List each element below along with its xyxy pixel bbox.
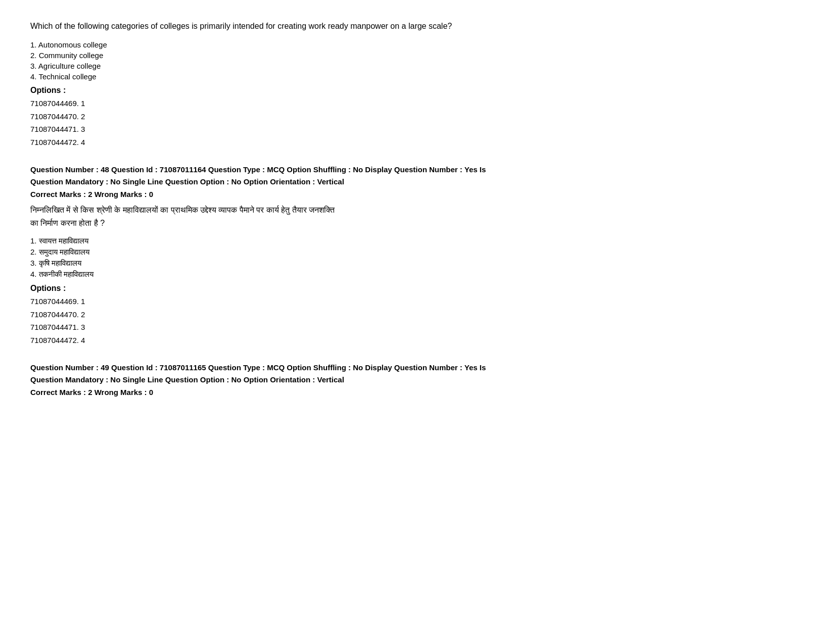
q47-option-id-4: 71087044472. 4	[30, 136, 804, 149]
q48-options-list: 1. स्वायत्त महाविद्यालय 2. समुदाय महाविद…	[30, 236, 804, 279]
q48-option-id-2: 71087044470. 2	[30, 308, 804, 321]
q48-meta-line2: Question Mandatory : No Single Line Ques…	[30, 176, 804, 188]
q49-meta-line2: Question Mandatory : No Single Line Ques…	[30, 374, 804, 386]
q47-option-id-1: 71087044469. 1	[30, 97, 804, 110]
q48-hindi-line2: का निर्माण करना होता है ?	[30, 217, 804, 230]
q48-option-2: 2. समुदाय महाविद्यालय	[30, 247, 804, 257]
q48-option-id-3: 71087044471. 3	[30, 321, 804, 334]
q48-option-3: 3. कृषि महाविद्यालय	[30, 259, 804, 268]
q47-option-3: 3. Agriculture college	[30, 62, 804, 70]
q47-option-id-2: 71087044470. 2	[30, 110, 804, 123]
q48-meta-line1: Question Number : 48 Question Id : 71087…	[30, 164, 804, 176]
q47-option-4: 4. Technical college	[30, 72, 804, 81]
q48-option-id-4: 71087044472. 4	[30, 334, 804, 347]
q48-option-id-1: 71087044469. 1	[30, 295, 804, 308]
q49-section: Question Number : 49 Question Id : 71087…	[30, 362, 804, 397]
q47-question-text: Which of the following categories of col…	[30, 20, 804, 32]
q48-meta: Question Number : 48 Question Id : 71087…	[30, 164, 804, 188]
q48-option-4: 4. तकनीकी महाविद्यालय	[30, 270, 804, 279]
q47-options-label: Options :	[30, 86, 804, 95]
q47-option-2: 2. Community college	[30, 51, 804, 60]
q48-hindi-question: निम्नलिखित में से किस श्रेणी के महाविद्य…	[30, 204, 804, 229]
q48-option-1: 1. स्वायत्त महाविद्यालय	[30, 236, 804, 245]
q47-option-id-3: 71087044471. 3	[30, 123, 804, 136]
q49-meta-line1: Question Number : 49 Question Id : 71087…	[30, 362, 804, 374]
q47-option-ids: 71087044469. 1 71087044470. 2 7108704447…	[30, 97, 804, 148]
q47-options-list: 1. Autonomous college 2. Community colle…	[30, 40, 804, 81]
q48-correct-marks: Correct Marks : 2 Wrong Marks : 0	[30, 190, 804, 199]
q49-correct-marks: Correct Marks : 2 Wrong Marks : 0	[30, 388, 804, 397]
q49-meta: Question Number : 49 Question Id : 71087…	[30, 362, 804, 386]
q48-option-ids: 71087044469. 1 71087044470. 2 7108704447…	[30, 295, 804, 346]
q47-section: Which of the following categories of col…	[30, 20, 804, 148]
q48-section: Question Number : 48 Question Id : 71087…	[30, 164, 804, 346]
q47-option-1: 1. Autonomous college	[30, 40, 804, 49]
q48-hindi-line1: निम्नलिखित में से किस श्रेणी के महाविद्य…	[30, 204, 804, 217]
q48-options-label: Options :	[30, 284, 804, 293]
